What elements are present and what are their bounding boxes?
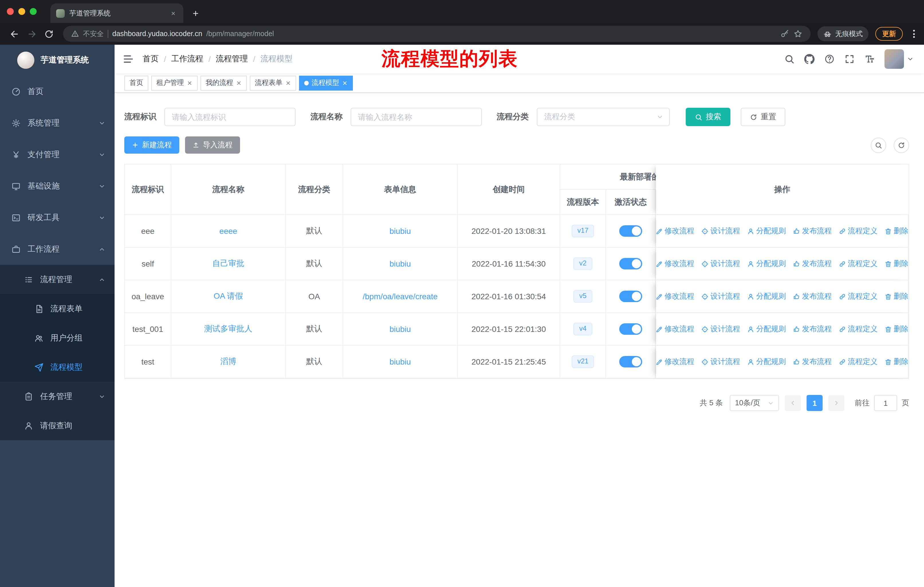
font-size-icon[interactable]	[865, 54, 875, 64]
sidebar-item-process-mgmt[interactable]: 流程管理	[0, 265, 115, 294]
action-assign-rule-link[interactable]: 分配规则	[747, 226, 786, 236]
next-page-button[interactable]	[828, 395, 844, 411]
action-design-flow-link[interactable]: 设计流程	[701, 226, 740, 236]
browser-tab[interactable]: 芋道管理系统	[50, 3, 183, 23]
close-icon[interactable]	[236, 80, 242, 86]
action-assign-rule-link[interactable]: 分配规则	[747, 291, 786, 301]
browser-menu-button[interactable]	[911, 28, 917, 40]
model-name-link[interactable]: OA 请假	[214, 291, 243, 301]
sidebar-collapse-button[interactable]	[122, 53, 134, 65]
action-modify-flow-link[interactable]: 修改流程	[656, 258, 694, 269]
active-toggle[interactable]	[619, 258, 642, 270]
bookmark-star-icon[interactable]	[794, 29, 803, 38]
form-info-link[interactable]: biubiu	[389, 259, 411, 268]
action-assign-rule-link[interactable]: 分配规则	[747, 324, 786, 334]
app-logo[interactable]: 芋道管理系统	[0, 45, 115, 76]
sidebar-item-leave-query[interactable]: 请假查询	[0, 411, 115, 440]
fullscreen-icon[interactable]	[844, 54, 855, 64]
tag-tenant-mgmt[interactable]: 租户管理	[151, 75, 198, 90]
user-menu[interactable]	[884, 49, 914, 69]
sidebar-item-system-mgmt[interactable]: 系统管理	[0, 107, 115, 139]
forward-button[interactable]	[24, 26, 39, 41]
window-close-button[interactable]	[7, 8, 14, 15]
model-name-link[interactable]: eeee	[219, 227, 237, 236]
process-id-input[interactable]	[164, 108, 295, 126]
form-info-link[interactable]: biubiu	[389, 324, 411, 334]
action-flow-definition-link[interactable]: 流程定义	[839, 291, 878, 301]
action-modify-flow-link[interactable]: 修改流程	[656, 324, 694, 334]
sidebar-item-process-form[interactable]: 流程表单	[0, 294, 115, 323]
sidebar-item-process-model[interactable]: 流程模型	[0, 352, 115, 382]
process-name-input[interactable]	[351, 108, 482, 126]
action-publish-flow-link[interactable]: 发布流程	[793, 357, 832, 367]
browser-update-button[interactable]: 更新	[875, 27, 903, 41]
new-tab-button[interactable]	[188, 6, 203, 21]
action-delete-link[interactable]: 删除	[884, 258, 909, 269]
page-size-select[interactable]: 10条/页	[730, 395, 779, 411]
action-flow-definition-link[interactable]: 流程定义	[839, 226, 878, 236]
tag-process-model[interactable]: 流程模型	[299, 75, 353, 90]
action-assign-rule-link[interactable]: 分配规则	[747, 357, 786, 367]
action-modify-flow-link[interactable]: 修改流程	[656, 226, 694, 236]
sidebar-item-task-mgmt[interactable]: 任务管理	[0, 382, 115, 411]
action-flow-definition-link[interactable]: 流程定义	[839, 258, 878, 269]
toggle-search-button[interactable]	[871, 137, 886, 153]
action-design-flow-link[interactable]: 设计流程	[701, 324, 740, 334]
form-info-link[interactable]: /bpm/oa/leave/create	[363, 292, 438, 301]
active-toggle[interactable]	[619, 291, 642, 302]
sidebar-item-payment-mgmt[interactable]: 支付管理	[0, 139, 115, 170]
reload-button[interactable]	[41, 26, 56, 41]
sidebar-item-home[interactable]: 首页	[0, 76, 115, 107]
reset-button[interactable]: 重置	[741, 108, 785, 126]
action-delete-link[interactable]: 删除	[884, 324, 909, 334]
tag-my-process[interactable]: 我的流程	[201, 75, 247, 90]
action-flow-definition-link[interactable]: 流程定义	[839, 324, 878, 334]
breadcrumb-workflow[interactable]: 工作流程	[171, 54, 203, 64]
action-delete-link[interactable]: 删除	[884, 226, 909, 236]
action-design-flow-link[interactable]: 设计流程	[701, 258, 740, 269]
security-label[interactable]: 不安全	[83, 29, 104, 39]
breadcrumb-home[interactable]: 首页	[143, 54, 159, 64]
action-modify-flow-link[interactable]: 修改流程	[656, 291, 694, 301]
action-design-flow-link[interactable]: 设计流程	[701, 357, 740, 367]
action-design-flow-link[interactable]: 设计流程	[701, 291, 740, 301]
prev-page-button[interactable]	[785, 395, 801, 411]
action-assign-rule-link[interactable]: 分配规则	[747, 258, 786, 269]
back-button[interactable]	[7, 26, 22, 41]
sidebar-item-dev-tools[interactable]: 研发工具	[0, 202, 115, 233]
goto-page-input[interactable]	[874, 395, 897, 411]
model-name-link[interactable]: 自己审批	[212, 258, 244, 269]
close-icon[interactable]	[342, 80, 348, 86]
tag-process-form[interactable]: 流程表单	[250, 75, 296, 90]
tab-close-button[interactable]	[168, 8, 178, 18]
action-modify-flow-link[interactable]: 修改流程	[656, 357, 694, 367]
process-category-select[interactable]: 流程分类	[537, 108, 670, 126]
breadcrumb-process-mgmt[interactable]: 流程管理	[216, 54, 248, 64]
import-process-button[interactable]: 导入流程	[185, 136, 240, 154]
help-icon[interactable]	[824, 54, 835, 64]
active-toggle[interactable]	[619, 225, 642, 237]
tag-home[interactable]: 首页	[124, 75, 148, 90]
create-process-button[interactable]: 新建流程	[124, 136, 179, 154]
sidebar-item-infrastructure[interactable]: 基础设施	[0, 170, 115, 202]
refresh-table-button[interactable]	[894, 137, 909, 153]
active-toggle[interactable]	[619, 323, 642, 335]
sidebar-item-user-group[interactable]: 用户分组	[0, 323, 115, 352]
page-number-button[interactable]: 1	[807, 395, 823, 411]
sidebar-item-workflow[interactable]: 工作流程	[0, 233, 115, 265]
form-info-link[interactable]: biubiu	[389, 357, 411, 366]
model-name-link[interactable]: 滔博	[220, 357, 236, 367]
search-button[interactable]: 搜索	[686, 108, 730, 126]
action-publish-flow-link[interactable]: 发布流程	[793, 226, 832, 236]
github-icon[interactable]	[804, 54, 815, 64]
action-publish-flow-link[interactable]: 发布流程	[793, 324, 832, 334]
action-delete-link[interactable]: 删除	[884, 291, 909, 301]
model-name-link[interactable]: 测试多审批人	[204, 324, 252, 334]
close-icon[interactable]	[187, 80, 193, 86]
action-publish-flow-link[interactable]: 发布流程	[793, 291, 832, 301]
address-bar[interactable]: 不安全 dashboard.yudao.iocoder.cn /bpm/mana…	[63, 26, 810, 42]
action-flow-definition-link[interactable]: 流程定义	[839, 357, 878, 367]
action-delete-link[interactable]: 删除	[884, 357, 909, 367]
password-key-icon[interactable]	[780, 29, 789, 38]
window-minimize-button[interactable]	[18, 8, 25, 15]
